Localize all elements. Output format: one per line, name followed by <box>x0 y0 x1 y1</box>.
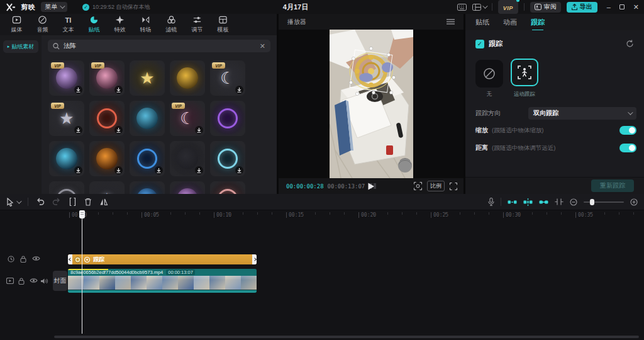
export-button[interactable]: 导出 <box>567 2 597 13</box>
playhead-handle[interactable] <box>79 210 85 218</box>
reset-icon[interactable] <box>626 40 634 48</box>
tab-sticker[interactable]: 贴纸 <box>81 14 107 35</box>
sticker-rose-circle[interactable] <box>210 181 245 194</box>
track-duration-icon[interactable] <box>8 256 14 263</box>
sticker-white-pentagram[interactable]: ★ <box>89 181 125 194</box>
cover-button[interactable]: 封面 <box>53 271 67 291</box>
sticker-pink-moon-wand[interactable]: ☾VIP <box>170 101 205 136</box>
link-clips-icon[interactable] <box>539 199 548 205</box>
lock-track-icon[interactable] <box>18 278 25 285</box>
scale-toggle[interactable] <box>619 126 636 135</box>
layout-switch-icon[interactable] <box>472 4 486 11</box>
timeline-zoom-slider[interactable] <box>584 201 624 203</box>
sticker-fire-portal[interactable] <box>89 141 125 176</box>
sticker-track-clip[interactable]: 跟踪 <box>68 254 257 264</box>
properties-tab-sticker[interactable]: 贴纸 <box>475 18 489 27</box>
tab-adjust[interactable]: 调节 <box>184 14 210 35</box>
tracking-option-none[interactable] <box>475 60 503 88</box>
sticker-water-ripple[interactable] <box>49 141 84 176</box>
timeline-ruler[interactable]: 00:0000:0500:1000:1500:2000:2500:3000:35 <box>0 210 644 220</box>
adjust-track-height-icon[interactable] <box>555 198 564 205</box>
properties-tab-animation[interactable]: 动画 <box>503 18 517 27</box>
tab-media[interactable]: 媒体 <box>4 14 30 35</box>
tab-template[interactable]: 模板 <box>210 14 236 35</box>
player-menu-icon[interactable] <box>447 19 455 25</box>
properties-tab-tracking[interactable]: 跟踪 <box>531 18 545 27</box>
redo-button[interactable] <box>52 198 61 206</box>
download-icon[interactable] <box>195 166 203 174</box>
tab-audio[interactable]: 音频 <box>30 14 55 35</box>
download-icon[interactable] <box>235 86 243 94</box>
shortcut-keyboard-icon[interactable] <box>457 4 467 11</box>
clear-search-icon[interactable]: ✕ <box>260 43 265 50</box>
video-clip[interactable]: 8c9ae0656b2edf77dd50044d0bcb9573.mp4 00:… <box>68 269 257 293</box>
split-button[interactable] <box>69 198 77 206</box>
sticker-search-box[interactable]: ✕ <box>48 40 270 52</box>
zoom-out-icon[interactable] <box>570 198 577 206</box>
tab-text[interactable]: TI文本 <box>55 14 81 35</box>
clip-left-handle[interactable] <box>68 254 72 264</box>
download-icon[interactable] <box>114 166 123 174</box>
sticker-red-pentagram[interactable] <box>89 101 125 136</box>
menu-button[interactable]: 菜单 <box>41 2 67 12</box>
review-button[interactable]: 审阅 <box>530 2 561 13</box>
sticker-blue-magic-circle[interactable] <box>130 141 165 176</box>
horizontal-scrollbar[interactable] <box>54 336 639 338</box>
undo-button[interactable] <box>36 198 45 206</box>
close-button[interactable]: ✕ <box>633 3 639 11</box>
mirror-button[interactable] <box>99 198 108 206</box>
sticker-dark-circle[interactable] <box>170 141 205 176</box>
lock-track-icon[interactable] <box>20 256 26 263</box>
preview-snap-icon[interactable] <box>523 198 533 206</box>
vip-badge[interactable]: VIP <box>498 0 518 14</box>
sticker-silver-star[interactable]: ★VIP <box>49 101 84 136</box>
download-icon[interactable] <box>74 126 82 134</box>
zoom-in-icon[interactable] <box>630 198 638 206</box>
tracking-option-motion[interactable] <box>511 59 538 86</box>
sticker-gray-rune-circle[interactable] <box>49 181 84 194</box>
clip-right-handle[interactable] <box>252 254 257 264</box>
tab-filter[interactable]: 滤镜 <box>158 14 184 35</box>
sticker-blue-zodiac-circle[interactable] <box>130 101 165 136</box>
direction-select[interactable]: 双向跟踪 <box>528 107 636 120</box>
tracking-checkbox[interactable]: ✓ <box>475 40 484 48</box>
sticker-purple-dome[interactable] <box>170 181 205 194</box>
download-icon[interactable] <box>74 166 82 174</box>
maximize-button[interactable] <box>619 4 625 9</box>
download-icon[interactable] <box>114 126 123 134</box>
sticker-gold-star-circle[interactable]: ★ <box>130 60 165 96</box>
select-tool-button[interactable] <box>6 198 20 207</box>
fullscreen-icon[interactable] <box>450 183 457 190</box>
sidebar-item-sticker-material[interactable]: ▸ 贴纸素材 <box>3 40 38 53</box>
search-input[interactable] <box>64 43 256 50</box>
auto-snap-icon[interactable] <box>508 199 517 205</box>
download-icon[interactable] <box>195 126 203 134</box>
tab-effects[interactable]: 特效 <box>107 14 133 35</box>
mute-track-icon[interactable] <box>40 278 48 285</box>
sticker-gold-ornate-circle[interactable] <box>170 60 205 96</box>
sticker-purple-planet[interactable]: VIP <box>49 60 84 96</box>
minimize-button[interactable]: – <box>607 3 611 11</box>
app-name: 剪映 <box>21 3 36 12</box>
download-icon[interactable] <box>114 86 123 94</box>
sticker-blue-flame[interactable] <box>130 181 165 194</box>
sticker-cyan-line-circle[interactable] <box>210 141 245 176</box>
hide-track-icon[interactable] <box>30 278 38 283</box>
download-icon[interactable] <box>74 86 82 94</box>
record-voiceover-icon[interactable] <box>488 198 494 206</box>
preview-quality-icon[interactable] <box>414 182 422 190</box>
sticker-purple-rune-circle[interactable] <box>210 101 245 136</box>
retrack-button[interactable]: 重新跟踪 <box>591 179 634 192</box>
tab-transition[interactable]: 转场 <box>133 14 158 35</box>
video-preview[interactable] <box>330 30 413 178</box>
sticker-pink-charm[interactable]: VIP <box>89 60 125 96</box>
ratio-button[interactable]: 比例 <box>427 181 445 191</box>
delete-button[interactable] <box>84 198 92 206</box>
download-icon[interactable] <box>235 166 243 174</box>
hide-track-icon[interactable] <box>32 256 40 261</box>
distance-toggle[interactable] <box>619 144 636 152</box>
download-icon[interactable] <box>155 166 163 174</box>
sticker-white-moon[interactable]: ☾VIP <box>210 60 245 96</box>
play-button[interactable] <box>368 183 375 190</box>
clip-adjust-indicator <box>68 269 108 270</box>
